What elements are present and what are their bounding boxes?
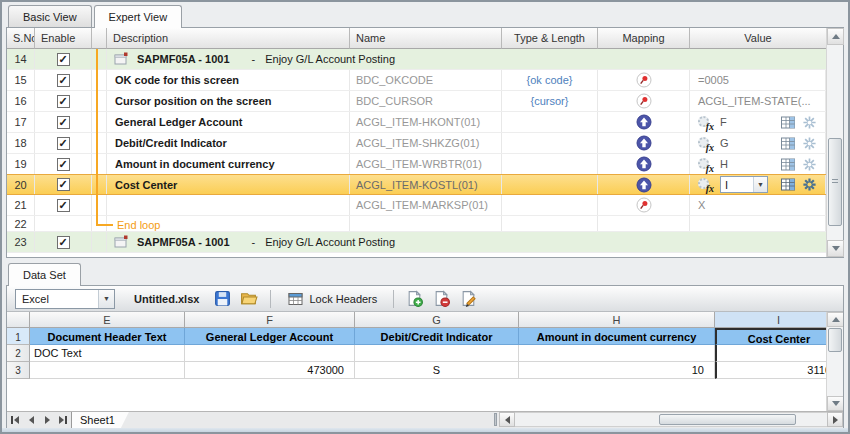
table-row-14[interactable]: 14 ✓ SAPMF05A - 1001 - Enjoy G/L Account…	[7, 49, 826, 70]
column-header-value[interactable]: Value	[690, 28, 826, 49]
header-cell-f[interactable]: General Ledger AccountACGL_ITEM-HKONT(01…	[185, 328, 355, 345]
value-combobox[interactable]: I ▼	[720, 176, 768, 193]
delete-row-button[interactable]	[433, 290, 451, 307]
scrollbar-up-button[interactable]	[827, 28, 844, 45]
scrollbar-track[interactable]	[515, 412, 827, 427]
asterisk-icon[interactable]	[802, 136, 817, 151]
tab-basic-view[interactable]: Basic View	[8, 5, 92, 27]
save-button[interactable]	[214, 290, 231, 307]
enable-checkbox[interactable]: ✓	[57, 74, 70, 87]
last-sheet-button[interactable]	[55, 413, 71, 428]
asterisk-icon-active[interactable]	[802, 177, 817, 192]
fx-icon[interactable]: fx	[698, 157, 714, 172]
cell-f3[interactable]: 473000	[185, 362, 355, 379]
first-sheet-button[interactable]	[7, 413, 23, 428]
row-number-3[interactable]: 3	[7, 362, 30, 379]
scrollbar-up-button[interactable]	[827, 312, 843, 327]
enable-checkbox[interactable]: ✓	[57, 137, 70, 150]
asterisk-icon[interactable]	[802, 115, 817, 130]
cell-g3[interactable]: S	[355, 362, 519, 379]
enable-checkbox[interactable]: ✓	[57, 116, 70, 129]
column-header-description[interactable]: Description	[107, 28, 350, 49]
cell-h2[interactable]	[519, 345, 715, 362]
map-grid-icon[interactable]	[780, 115, 796, 130]
scrollbar-down-button[interactable]	[827, 396, 843, 411]
column-header-mapping[interactable]: Mapping	[598, 28, 690, 49]
open-file-button[interactable]	[240, 290, 258, 307]
sheet-vertical-scrollbar[interactable]	[826, 312, 843, 411]
source-type-dropdown[interactable]: Excel ▼	[15, 289, 115, 309]
enable-checkbox[interactable]: ✓	[57, 178, 70, 191]
fx-icon[interactable]: fx	[698, 177, 714, 192]
asterisk-icon[interactable]	[802, 157, 817, 172]
cell-f2[interactable]	[185, 345, 355, 362]
add-row-button[interactable]	[406, 290, 424, 307]
tab-splitter-handle[interactable]	[494, 413, 497, 426]
field-value[interactable]: X	[698, 199, 705, 211]
column-header-type-length[interactable]: Type & Length	[502, 28, 598, 49]
table-vertical-scrollbar[interactable]	[826, 28, 843, 257]
scroll-left-button[interactable]	[499, 412, 515, 427]
table-row-17[interactable]: 17 ✓ General Ledger Account ACGL_ITEM-HK…	[7, 112, 826, 133]
map-grid-icon[interactable]	[780, 136, 796, 151]
column-header-name[interactable]: Name	[350, 28, 502, 49]
table-row-21[interactable]: 21 ✓ ACGL_ITEM-MARKSP(01) X	[7, 195, 826, 216]
enable-checkbox[interactable]: ✓	[57, 158, 70, 171]
cell-g2[interactable]	[355, 345, 519, 362]
row-number-1[interactable]: 1	[7, 328, 30, 345]
map-grid-icon[interactable]	[780, 157, 796, 172]
cell-e3[interactable]	[30, 362, 185, 379]
cell-h3[interactable]: 10	[519, 362, 715, 379]
column-header-g[interactable]: G	[355, 312, 519, 328]
enable-checkbox[interactable]: ✓	[57, 95, 70, 108]
field-value[interactable]: ACGL_ITEM-STATE(...	[698, 95, 811, 107]
column-header-h[interactable]: H	[519, 312, 715, 328]
mapping-upload-icon[interactable]	[636, 177, 652, 193]
enable-checkbox[interactable]: ✓	[57, 199, 70, 212]
tab-expert-view[interactable]: Expert View	[94, 5, 183, 28]
scrollbar-thumb[interactable]	[828, 138, 842, 226]
mapped-column-letter[interactable]: H	[720, 158, 728, 170]
column-header-i-selected[interactable]: I	[715, 312, 843, 328]
scrollbar-thumb[interactable]	[659, 414, 796, 425]
table-row-19[interactable]: 19 ✓ Amount in document currency ACGL_IT…	[7, 154, 826, 175]
sheet-tab-sheet1[interactable]: Sheet1	[71, 412, 129, 428]
dropdown-arrow-icon[interactable]: ▼	[98, 290, 114, 308]
mapping-pin-icon[interactable]	[636, 197, 652, 213]
mapped-column-letter[interactable]: F	[720, 116, 727, 128]
table-row-20-selected[interactable]: 20 ✓ Cost Center ACGL_ITEM-KOSTL(01) fx …	[7, 174, 826, 195]
header-cell-h[interactable]: Amount in document currencyACGL_ITEM-WRB…	[519, 328, 715, 345]
next-sheet-button[interactable]	[39, 413, 55, 428]
scroll-right-button[interactable]	[827, 412, 843, 427]
mapping-upload-icon[interactable]	[636, 156, 652, 172]
row-number-2[interactable]: 2	[7, 345, 30, 362]
fx-icon[interactable]: fx	[698, 115, 714, 130]
column-header-e[interactable]: E	[30, 312, 185, 328]
scrollbar-down-button[interactable]	[827, 240, 844, 257]
column-header-sno[interactable]: S.No	[7, 28, 35, 49]
horizontal-scrollbar[interactable]	[499, 412, 843, 427]
mapped-column-letter[interactable]: G	[720, 137, 729, 149]
column-header-enable[interactable]: Enable	[35, 28, 92, 49]
table-row-16[interactable]: 16 ✓ Cursor position on the screen BDC_C…	[7, 91, 826, 112]
scrollbar-thumb[interactable]	[828, 328, 842, 352]
header-cell-e[interactable]: Document Header TextACGL_HEAD-BKTXT	[30, 328, 185, 345]
field-value[interactable]: =0005	[698, 74, 729, 86]
combobox-dropdown-arrow[interactable]: ▼	[753, 177, 767, 192]
lock-headers-button[interactable]: Lock Headers	[283, 289, 381, 309]
cell-e2[interactable]: DOC Text	[30, 345, 185, 362]
cell-i2[interactable]	[715, 345, 843, 362]
previous-sheet-button[interactable]	[23, 413, 39, 428]
table-row-18[interactable]: 18 ✓ Debit/Credit Indicator ACGL_ITEM-SH…	[7, 133, 826, 154]
mapping-pin-icon[interactable]	[636, 72, 652, 88]
tab-data-set[interactable]: Data Set	[8, 263, 81, 286]
mapping-pin-icon[interactable]	[636, 93, 652, 109]
fx-icon[interactable]: fx	[698, 136, 714, 151]
sheet-corner-cell[interactable]	[7, 312, 30, 328]
header-cell-i-selected[interactable]: Cost CenterACGL_ITEM-KOSTL(01)	[715, 328, 843, 345]
column-header-f[interactable]: F	[185, 312, 355, 328]
map-grid-icon[interactable]	[780, 177, 796, 192]
header-cell-g[interactable]: Debit/Credit IndicatorACGL_ITEM-SHKZG(01…	[355, 328, 519, 345]
table-row-15[interactable]: 15 ✓ OK code for this screen BDC_OKCODE …	[7, 70, 826, 91]
mapping-upload-icon[interactable]	[636, 114, 652, 130]
